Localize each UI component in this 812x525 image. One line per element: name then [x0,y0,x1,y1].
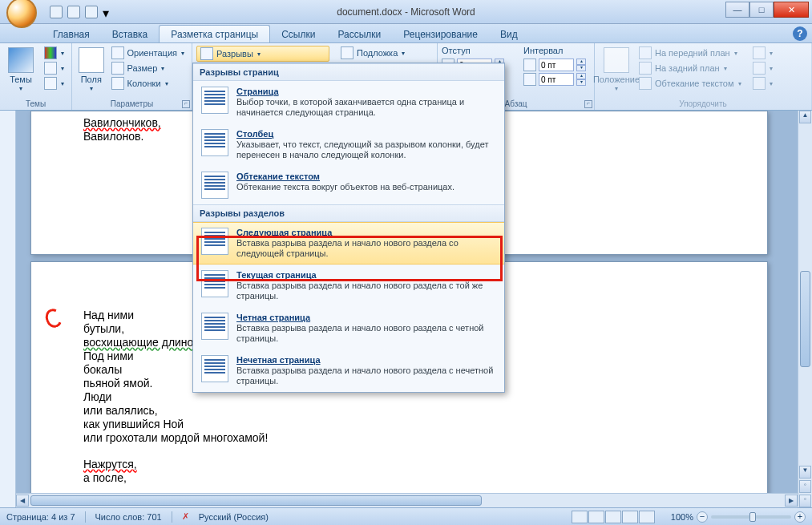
gallery-item-page[interactable]: СтраницаВыбор точки, в которой заканчива… [193,81,504,123]
scroll-right-button[interactable]: ▶ [785,495,798,507]
page-setup-launcher[interactable]: ⌐ [182,100,190,108]
zoom-slider-knob[interactable] [749,512,756,522]
minimize-button[interactable]: — [725,2,749,18]
spacing-before[interactable]: ▴▾ [523,59,586,71]
zoom-level[interactable]: 100% [671,512,693,522]
prev-page-button[interactable]: ◦ [799,480,811,493]
paragraph-launcher[interactable]: ⌐ [584,100,592,108]
position-icon [604,47,629,73]
close-button[interactable]: ✕ [774,2,809,18]
orientation-button[interactable]: Ориентация▾ [108,46,188,60]
vertical-ruler[interactable] [0,111,16,507]
page-break-icon [201,87,228,114]
size-icon [111,62,124,75]
gallery-item-title: Страница [236,87,496,96]
columns-label: Колонки [127,79,161,88]
qat-save[interactable] [50,6,63,18]
gallery-item-text-wrap[interactable]: Обтекание текстомОбтекание текста вокруг… [193,166,504,204]
window-title: document.docx - Microsoft Word [337,6,475,18]
watermark-icon [341,46,353,59]
qat-undo[interactable] [67,6,80,18]
spacing-before-icon [523,59,536,71]
tab-review[interactable]: Рецензирование [392,26,489,42]
gallery-item-desc: Вставка разрыва раздела и начало нового … [236,365,496,386]
tab-page-layout[interactable]: Разметка страницы [159,25,270,42]
spacing-after-field[interactable] [539,73,574,86]
gallery-item-odd-page[interactable]: Нечетная страницаВставка разрыва раздела… [193,349,504,392]
columns-icon [111,77,124,90]
help-icon[interactable]: ? [793,26,807,41]
odd-page-section-icon [201,355,228,382]
view-draft[interactable] [639,511,655,523]
spacing-header: Интервал [523,46,586,55]
tab-references[interactable]: Ссылки [270,26,326,42]
view-print-layout[interactable] [572,511,588,523]
status-proofing-icon[interactable]: ✗ [182,511,189,522]
zoom-in-button[interactable]: + [794,511,806,523]
theme-effects[interactable]: ▾ [41,76,67,91]
gallery-item-column[interactable]: СтолбецУказывает, что текст, следующий з… [193,123,504,166]
send-back-button: На задний план▾ [636,61,745,75]
scroll-down-button[interactable]: ▼ [799,466,811,479]
margins-label: Поля [81,75,102,84]
view-full-screen[interactable] [588,511,604,523]
gallery-item-desc: Вставка разрыва раздела и начало нового … [236,281,496,301]
spacing-after[interactable]: ▴▾ [523,73,586,86]
vertical-scrollbar[interactable]: ▲ ▼ ◦ ◦ [798,111,812,507]
scroll-left-button[interactable]: ◀ [16,495,29,507]
tab-view[interactable]: Вид [489,26,529,42]
margins-button[interactable]: Поля ▾ [76,46,107,94]
window-buttons: — □ ✕ [725,2,809,18]
spacing-before-field[interactable] [539,59,574,71]
view-buttons [572,511,655,523]
themes-button[interactable]: Темы ▾ [4,46,38,94]
theme-colors[interactable]: ▾ [41,46,67,60]
gallery-item-title: Следующая страница [236,228,496,237]
zoom-slider[interactable] [711,515,791,519]
gallery-header-page-breaks: Разрывы страниц [193,63,504,81]
gallery-item-desc: Обтекание текста вокруг объектов на веб-… [236,182,496,192]
theme-fonts[interactable]: ▾ [41,61,67,75]
columns-button[interactable]: Колонки▾ [108,76,188,91]
gallery-item-desc: Вставка разрыва раздела и начало нового … [236,238,496,259]
zoom-control: 100% − + [671,511,806,523]
zoom-out-button[interactable]: − [697,511,708,523]
gallery-item-desc: Вставка разрыва раздела и начало нового … [236,323,496,344]
qat-customize[interactable]: ▾ [103,6,111,18]
status-words[interactable]: Число слов: 701 [95,512,162,522]
gallery-item-title: Четная страница [236,313,496,322]
next-page-section-icon [201,228,228,255]
gallery-item-next-page[interactable]: Следующая страницаВставка разрыва раздел… [193,222,504,265]
next-page-button[interactable]: ◦ [799,495,811,507]
size-button[interactable]: Размер▾ [108,61,188,75]
watermark-button[interactable]: Подложка▾ [337,46,433,60]
scroll-up-button[interactable]: ▲ [799,111,811,123]
continuous-section-icon [201,270,228,297]
status-language[interactable]: Русский (Россия) [199,512,269,522]
office-button[interactable] [6,0,37,28]
view-outline[interactable] [622,511,638,523]
gallery-item-title: Обтекание текстом [236,172,496,181]
horizontal-scrollbar[interactable]: ◀ ▶ [16,493,798,507]
gallery-item-title: Столбец [236,129,496,139]
tab-home[interactable]: Главная [42,26,101,42]
margins-icon [79,47,104,73]
status-page[interactable]: Страница: 4 из 7 [6,512,75,522]
group-themes-label: Темы [4,99,67,110]
tab-mailings[interactable]: Рассылки [326,26,392,42]
gallery-item-even-page[interactable]: Четная страницаВставка разрыва раздела и… [193,307,504,349]
themes-icon [8,47,34,73]
hscroll-thumb[interactable] [30,495,482,506]
breaks-label: Разрывы [216,49,253,59]
tab-insert[interactable]: Вставка [101,26,160,42]
gallery-item-desc: Выбор точки, в которой заканчивается одн… [236,97,496,118]
qat-redo[interactable] [85,6,98,18]
orientation-label: Ориентация [127,48,177,58]
view-web-layout[interactable] [605,511,621,523]
scroll-thumb[interactable] [800,271,810,367]
maximize-button[interactable]: □ [749,2,774,18]
column-break-icon [201,129,228,156]
breaks-button[interactable]: Разрывы▾ [196,46,329,62]
text-wrap-button: Обтекание текстом▾ [636,76,745,91]
gallery-item-continuous[interactable]: Текущая страницаВставка разрыва раздела … [193,265,504,307]
